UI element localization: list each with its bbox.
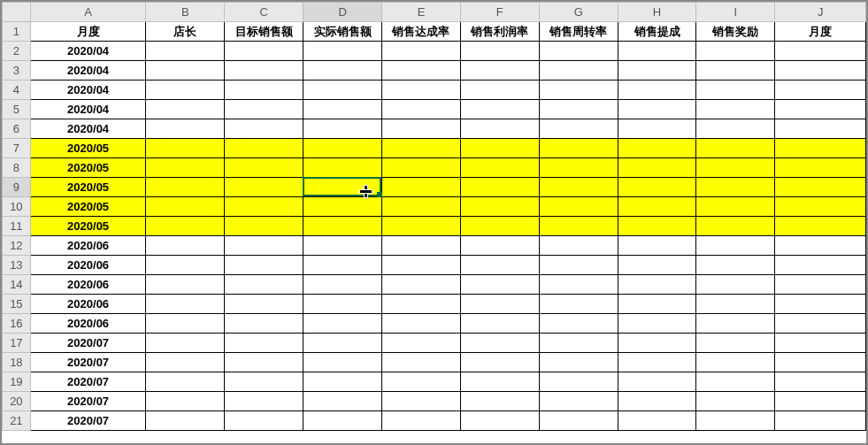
cell-H2[interactable] [618,42,696,61]
cell-I3[interactable] [696,61,775,81]
cell-F14[interactable] [460,275,539,295]
cell-E6[interactable] [382,119,461,139]
cell-E1[interactable]: 销售达成率 [382,22,461,42]
cell-J16[interactable] [775,314,866,334]
cell-J7[interactable] [775,139,866,158]
cell-H20[interactable] [618,392,696,411]
cell-F10[interactable] [460,197,539,217]
cell-C11[interactable] [225,217,303,236]
cell-J1[interactable]: 月度 [775,22,866,42]
cell-E3[interactable] [382,61,461,81]
cell-B11[interactable] [146,217,225,236]
cell-I13[interactable] [696,256,775,275]
cell-F15[interactable] [460,295,539,314]
cell-I16[interactable] [696,314,775,334]
cell-C9[interactable] [225,178,303,197]
cell-H1[interactable]: 销售提成 [618,22,696,42]
cell-C2[interactable] [225,42,303,61]
cell-F7[interactable] [460,139,539,158]
cell-F2[interactable] [460,42,539,61]
row-header-12[interactable]: 12 [3,236,31,256]
cell-A8[interactable]: 2020/05 [30,158,146,178]
cell-H13[interactable] [618,256,696,275]
cell-H18[interactable] [618,353,696,372]
col-header-J[interactable]: J [775,3,866,22]
cell-F4[interactable] [460,81,539,100]
cell-E12[interactable] [382,236,461,256]
cell-I21[interactable] [696,411,775,431]
cell-A9[interactable]: 2020/05 [30,178,146,197]
cell-A1[interactable]: 月度 [30,22,146,42]
cell-G20[interactable] [539,392,618,411]
cell-B17[interactable] [146,334,225,353]
cell-A13[interactable]: 2020/06 [30,256,146,275]
cell-G12[interactable] [539,236,618,256]
cell-E18[interactable] [382,353,461,372]
cell-D5[interactable] [303,100,382,119]
cell-B4[interactable] [146,81,225,100]
cell-C13[interactable] [225,256,303,275]
cell-E21[interactable] [382,411,461,431]
cell-C4[interactable] [225,81,303,100]
cell-E9[interactable] [382,178,461,197]
cell-D1[interactable]: 实际销售额 [303,22,382,42]
cell-G16[interactable] [539,314,618,334]
cell-E13[interactable] [382,256,461,275]
cell-D4[interactable] [303,81,382,100]
cell-J21[interactable] [775,411,866,431]
cell-I17[interactable] [696,334,775,353]
cell-G9[interactable] [539,178,618,197]
cell-D17[interactable] [303,334,382,353]
cell-G5[interactable] [539,100,618,119]
col-header-A[interactable]: A [30,3,146,22]
row-header-10[interactable]: 10 [3,197,31,217]
cell-F9[interactable] [460,178,539,197]
cell-I20[interactable] [696,392,775,411]
cell-J14[interactable] [775,275,866,295]
col-header-C[interactable]: C [225,3,303,22]
row-header-5[interactable]: 5 [3,100,31,119]
cell-A4[interactable]: 2020/04 [30,81,146,100]
cell-B18[interactable] [146,353,225,372]
cell-B8[interactable] [146,158,225,178]
cell-J3[interactable] [775,61,866,81]
cell-D19[interactable] [303,372,382,392]
cell-I18[interactable] [696,353,775,372]
cell-C16[interactable] [225,314,303,334]
cell-F3[interactable] [460,61,539,81]
cell-J10[interactable] [775,197,866,217]
cell-G7[interactable] [539,139,618,158]
cell-E19[interactable] [382,372,461,392]
cell-A3[interactable]: 2020/04 [30,61,146,81]
cell-E7[interactable] [382,139,461,158]
row-header-19[interactable]: 19 [3,372,31,392]
cell-D13[interactable] [303,256,382,275]
cell-C8[interactable] [225,158,303,178]
row-header-15[interactable]: 15 [3,295,31,314]
cell-B1[interactable]: 店长 [146,22,225,42]
cell-C21[interactable] [225,411,303,431]
cell-D15[interactable] [303,295,382,314]
cell-G13[interactable] [539,256,618,275]
cell-D16[interactable] [303,314,382,334]
cell-F19[interactable] [460,372,539,392]
spreadsheet-grid[interactable]: ABCDEFGHIJ1月度店长目标销售额实际销售额销售达成率销售利润率销售周转率… [2,2,866,431]
cell-I5[interactable] [696,100,775,119]
cell-F6[interactable] [460,119,539,139]
cell-B13[interactable] [146,256,225,275]
cell-H10[interactable] [618,197,696,217]
cell-I9[interactable] [696,178,775,197]
col-header-E[interactable]: E [382,3,461,22]
cell-D7[interactable] [303,139,382,158]
cell-J18[interactable] [775,353,866,372]
cell-D10[interactable] [303,197,382,217]
cell-B7[interactable] [146,139,225,158]
cell-G17[interactable] [539,334,618,353]
cell-J11[interactable] [775,217,866,236]
col-header-F[interactable]: F [460,3,539,22]
cell-I4[interactable] [696,81,775,100]
cell-B15[interactable] [146,295,225,314]
cell-G11[interactable] [539,217,618,236]
cell-I19[interactable] [696,372,775,392]
cell-C1[interactable]: 目标销售额 [225,22,303,42]
